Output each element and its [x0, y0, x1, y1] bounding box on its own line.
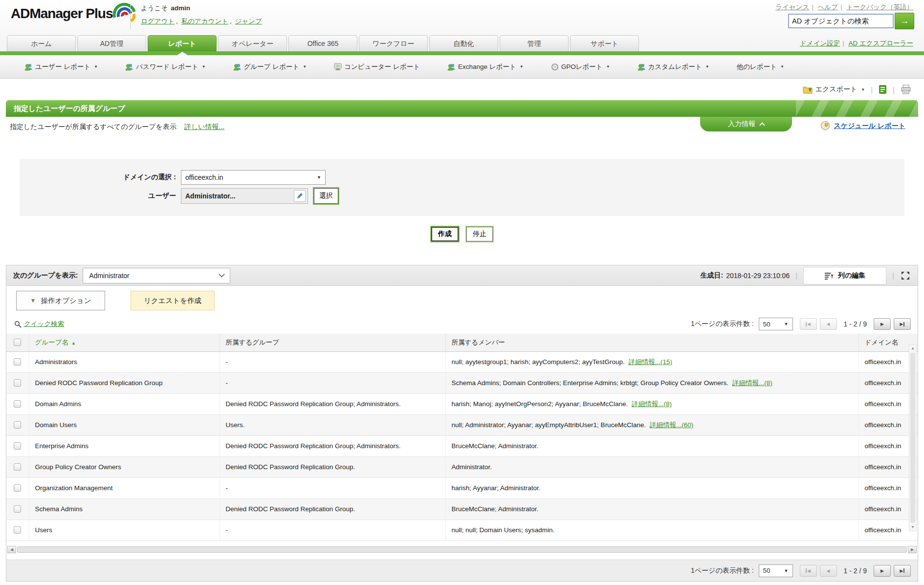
scroll-down-icon[interactable]: ▼ — [911, 524, 915, 531]
last-page-button[interactable]: ▶ — [894, 318, 911, 330]
separator: | — [840, 3, 842, 11]
submenu-exchange-reports[interactable]: Exchange レポート ▼ — [447, 63, 524, 71]
tab-automation[interactable]: 自動化 — [429, 35, 498, 51]
tab-workflow[interactable]: ワークフロー — [359, 35, 428, 51]
separator: , — [230, 18, 232, 25]
vertical-scrollbar[interactable]: ▲ ▼ — [909, 345, 917, 531]
submenu-group-reports[interactable]: グループ レポート ▼ — [233, 63, 307, 71]
results-toolbar: 次のグループを表示: Administrator 生成日: 2018-01-29… — [6, 265, 918, 286]
submenu-computer-reports[interactable]: コンピューター レポート — [334, 63, 420, 71]
show-group-select[interactable]: Administrator — [83, 268, 230, 283]
row-checkbox[interactable] — [14, 400, 21, 408]
first-page-button[interactable]: ◀ — [800, 318, 817, 330]
report-input-form: ドメインの選択 : officeexch.in ▼ ユーザー Administr… — [20, 159, 904, 216]
sort-ascending-icon: ▲ — [71, 341, 76, 346]
logo-text: ADManager Plus — [11, 6, 113, 22]
scroll-right-button[interactable]: ▶ — [908, 546, 917, 553]
member-of: - — [226, 484, 228, 492]
stop-button[interactable]: 停止 — [466, 227, 493, 241]
admanager-plus-logo[interactable]: ADManager Plus — [11, 6, 137, 24]
user-input[interactable]: Administrator... — [181, 188, 308, 204]
jump-link[interactable]: ジャンプ — [235, 18, 262, 25]
search-go-button[interactable]: → — [895, 13, 914, 29]
tab-admin[interactable]: 管理 — [500, 35, 569, 51]
scroll-up-icon[interactable]: ▲ — [911, 345, 915, 352]
prev-page-button[interactable]: ◀ — [820, 318, 837, 330]
submenu-other-reports[interactable]: 他のレポート ▼ — [737, 63, 784, 71]
per-page-select[interactable]: 50 ▼ — [759, 564, 793, 577]
last-page-icon — [903, 322, 904, 326]
row-checkbox[interactable] — [14, 463, 21, 471]
search-input[interactable] — [788, 14, 894, 28]
my-account-link[interactable]: 私のアカウント — [181, 18, 228, 25]
submenu-password-reports[interactable]: パスワード レポート ▼ — [125, 63, 205, 71]
print-button[interactable] — [901, 85, 911, 94]
user-row: ユーザー Administrator... 選択 — [20, 188, 904, 204]
tab-home[interactable]: ホーム — [7, 35, 76, 51]
details-link[interactable]: 詳細情報...(8) — [632, 400, 672, 408]
members: Administrator. — [452, 463, 492, 471]
details-link[interactable]: 詳細情報...(8) — [732, 379, 772, 387]
password-report-icon — [125, 63, 133, 71]
next-page-button[interactable]: ▶ — [874, 318, 891, 330]
submenu-custom-reports[interactable]: カスタムレポート ▼ — [638, 63, 709, 71]
column-members[interactable]: 所属するメンバー — [445, 334, 858, 351]
details-link[interactable]: 詳細情報...(60) — [650, 421, 693, 429]
tab-operators[interactable]: オペレーター — [218, 35, 287, 51]
logout-link[interactable]: ログアウト — [141, 18, 175, 25]
feedback-link[interactable]: トークバック（英語） — [846, 3, 913, 11]
report-title-bar: 指定したユーザーの所属グループ — [6, 100, 918, 117]
prev-page-button[interactable]: ◀ — [820, 565, 837, 577]
tab-reports[interactable]: レポート — [148, 35, 217, 51]
scroll-left-button[interactable]: ◀ — [7, 546, 16, 553]
select-user-button[interactable]: 選択 — [314, 188, 338, 204]
submenu-user-reports[interactable]: ユーザー レポート ▼ — [24, 63, 98, 71]
separator: | — [893, 86, 895, 94]
edit-user-button[interactable] — [294, 190, 306, 202]
ad-explorer-link[interactable]: AD エクスプローラー — [849, 40, 913, 47]
domain-name: officeexch.in — [865, 379, 902, 387]
horizontal-scroll-thumb[interactable] — [17, 546, 907, 553]
next-page-button[interactable]: ▶ — [874, 565, 891, 577]
fullscreen-button[interactable] — [900, 270, 911, 281]
view-as-document-button[interactable] — [879, 85, 887, 94]
create-request-button[interactable]: リクエストを作成 — [131, 291, 215, 310]
green-arrow-down-icon: ▼ — [30, 297, 36, 304]
show-group-value: Administrator — [89, 272, 129, 280]
first-page-button[interactable]: ◀ — [800, 565, 817, 577]
last-page-button[interactable]: ▶ — [894, 565, 911, 577]
submenu-gpo-reports[interactable]: GPOレポート ▼ — [551, 63, 610, 71]
per-page-select[interactable]: 50 ▼ — [759, 318, 793, 330]
domain-settings-link[interactable]: ドメイン設定 — [800, 40, 840, 47]
actions-options-button[interactable]: ▼ 操作オプション — [16, 291, 105, 310]
select-all-checkbox[interactable] — [14, 339, 21, 346]
tab-ad-management[interactable]: AD管理 — [77, 35, 146, 51]
row-checkbox[interactable] — [14, 358, 21, 366]
input-info-toggle[interactable]: 入力情報 — [700, 117, 792, 131]
more-info-link[interactable]: 詳しい情報... — [184, 123, 224, 131]
row-checkbox[interactable] — [14, 442, 21, 450]
row-checkbox[interactable] — [14, 484, 21, 492]
row-checkbox[interactable] — [14, 526, 21, 534]
export-menu[interactable]: エクスポート ▼ — [803, 85, 865, 94]
row-checkbox[interactable] — [14, 421, 21, 429]
row-checkbox[interactable] — [14, 505, 21, 513]
edit-columns-button[interactable]: 列の編集 — [803, 267, 886, 284]
column-member-of[interactable]: 所属するグループ — [220, 334, 445, 351]
row-checkbox[interactable] — [14, 379, 21, 387]
group-name: Denied RODC Password Replication Group — [35, 379, 163, 387]
help-link[interactable]: ヘルプ — [818, 3, 838, 11]
submenu-label: パスワード レポート — [136, 63, 198, 71]
quick-search-link[interactable]: クイック検索 — [24, 320, 64, 328]
domain-select[interactable]: officeexch.in ▼ — [181, 170, 326, 185]
license-link[interactable]: ライセンス — [775, 3, 809, 11]
horizontal-scrollbar[interactable]: ◀ ▶ — [7, 546, 917, 554]
tab-office365[interactable]: Office 365 — [288, 35, 357, 51]
details-link[interactable]: 詳細情報...(15) — [629, 358, 672, 366]
generate-button[interactable]: 作成 — [431, 227, 459, 241]
vertical-scroll-thumb[interactable] — [910, 353, 915, 523]
group-name: Organization Management — [35, 484, 113, 492]
schedule-report-link[interactable]: スケジュール レポート — [834, 122, 905, 130]
column-group-name[interactable]: グループ名▲ — [29, 334, 220, 351]
tab-support[interactable]: サポート — [570, 35, 639, 51]
